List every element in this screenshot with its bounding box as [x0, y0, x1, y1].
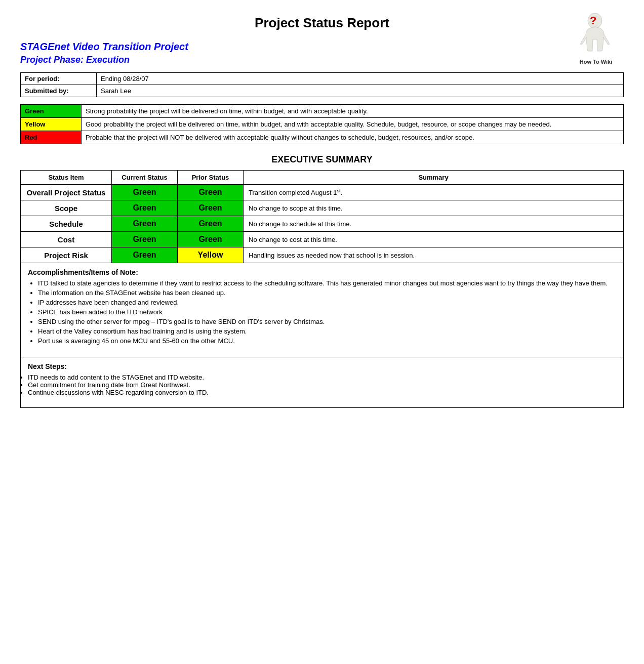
exec-table-row: CostGreenGreenNo change to cost at this …	[21, 232, 624, 247]
info-table: For period: Ending 08/28/07 Submitted by…	[20, 72, 624, 97]
for-period-value: Ending 08/28/07	[97, 73, 624, 85]
legend-green-text: Strong probability the project will be d…	[82, 105, 624, 118]
legend-green-label: Green	[21, 105, 82, 118]
next-steps-section: Next Steps: ITD needs to add content to …	[20, 357, 624, 408]
exec-table-row: ScopeGreenGreenNo change to scope at thi…	[21, 200, 624, 216]
accomplishments-section: Accomplishments/Items of Note: ITD talke…	[20, 263, 624, 357]
current-status-cell: Green	[112, 247, 178, 263]
executive-summary-title: EXECUTIVE SUMMARY	[20, 154, 624, 165]
submitted-by-label: Submitted by:	[21, 85, 97, 97]
col-current-status: Current Status	[112, 171, 178, 185]
current-status-cell: Green	[112, 216, 178, 232]
list-item: Port use is averaging 45 on one MCU and …	[38, 337, 616, 345]
how-to-figure: ?	[576, 12, 616, 59]
list-item: IP addresses have been changed and revie…	[38, 299, 616, 306]
next-steps-title: Next Steps:	[28, 362, 616, 370]
svg-text:?: ?	[590, 14, 596, 27]
prior-status-cell: Green	[178, 232, 244, 247]
row-label: Project Risk	[21, 247, 112, 263]
col-summary: Summary	[244, 171, 624, 185]
exec-table-header: Status Item Current Status Prior Status …	[21, 171, 624, 185]
prior-status-cell: Green	[178, 185, 244, 200]
submitted-by-value: Sarah Lee	[97, 85, 624, 97]
executive-summary-table: Status Item Current Status Prior Status …	[20, 170, 624, 263]
legend-red-label: Red	[21, 131, 82, 144]
list-item: ITD needs to add content to the STAGEnet…	[28, 374, 616, 381]
page-title: Project Status Report	[20, 15, 624, 31]
row-label: Scope	[21, 200, 112, 216]
legend-red-text: Probable that the project will NOT be de…	[82, 131, 624, 144]
summary-cell: No change to scope at this time.	[244, 200, 624, 216]
current-status-cell: Green	[112, 185, 178, 200]
summary-cell: Transition completed August 1st.	[244, 185, 624, 200]
current-status-cell: Green	[112, 232, 178, 247]
prior-status-cell: Green	[178, 200, 244, 216]
legend-red-row: Red Probable that the project will NOT b…	[21, 131, 624, 144]
list-item: Heart of the Valley consortium has had t…	[38, 327, 616, 335]
exec-table-row: Overall Project StatusGreenGreenTransiti…	[21, 185, 624, 200]
accomplishments-list: ITD talked to state agencies to determin…	[38, 279, 616, 345]
list-item: Get commitment for training date from Gr…	[28, 381, 616, 389]
summary-cell: No change to cost at this time.	[244, 232, 624, 247]
legend-table: Green Strong probability the project wil…	[20, 104, 624, 144]
list-item: SEND using the other server for mpeg – I…	[38, 318, 616, 325]
list-item: SPICE has been added to the ITD network	[38, 308, 616, 316]
project-name: STAGEnet Video Transition Project	[20, 41, 624, 53]
prior-status-cell: Yellow	[178, 247, 244, 263]
prior-status-cell: Green	[178, 216, 244, 232]
submitted-by-row: Submitted by: Sarah Lee	[21, 85, 624, 97]
summary-cell: Handling issues as needed now that schoo…	[244, 247, 624, 263]
legend-yellow-text: Good probability the project will be del…	[82, 118, 624, 131]
list-item: The information on the STAGEnet website …	[38, 289, 616, 297]
how-to-logo: ? How To Wiki	[568, 10, 624, 66]
how-to-label: How To Wiki	[580, 59, 612, 65]
legend-yellow-label: Yellow	[21, 118, 82, 131]
legend-yellow-row: Yellow Good probability the project will…	[21, 118, 624, 131]
header-area: Project Status Report ? How To Wiki	[20, 15, 624, 31]
row-label: Cost	[21, 232, 112, 247]
for-period-row: For period: Ending 08/28/07	[21, 73, 624, 85]
exec-table-row: ScheduleGreenGreenNo change to schedule …	[21, 216, 624, 232]
list-item: Continue discussions with NESC regarding…	[28, 389, 616, 396]
how-to-icon: ?	[576, 12, 616, 57]
for-period-label: For period:	[21, 73, 97, 85]
next-steps-list: ITD needs to add content to the STAGEnet…	[28, 374, 616, 396]
accomplishments-title: Accomplishments/Items of Note:	[28, 268, 616, 276]
legend-green-row: Green Strong probability the project wil…	[21, 105, 624, 118]
project-phase: Project Phase: Execution	[20, 55, 624, 65]
list-item: ITD talked to state agencies to determin…	[38, 279, 616, 287]
exec-table-row: Project RiskGreenYellowHandling issues a…	[21, 247, 624, 263]
summary-cell: No change to schedule at this time.	[244, 216, 624, 232]
current-status-cell: Green	[112, 200, 178, 216]
row-label: Overall Project Status	[21, 185, 112, 200]
col-prior-status: Prior Status	[178, 171, 244, 185]
col-status-item: Status Item	[21, 171, 112, 185]
row-label: Schedule	[21, 216, 112, 232]
